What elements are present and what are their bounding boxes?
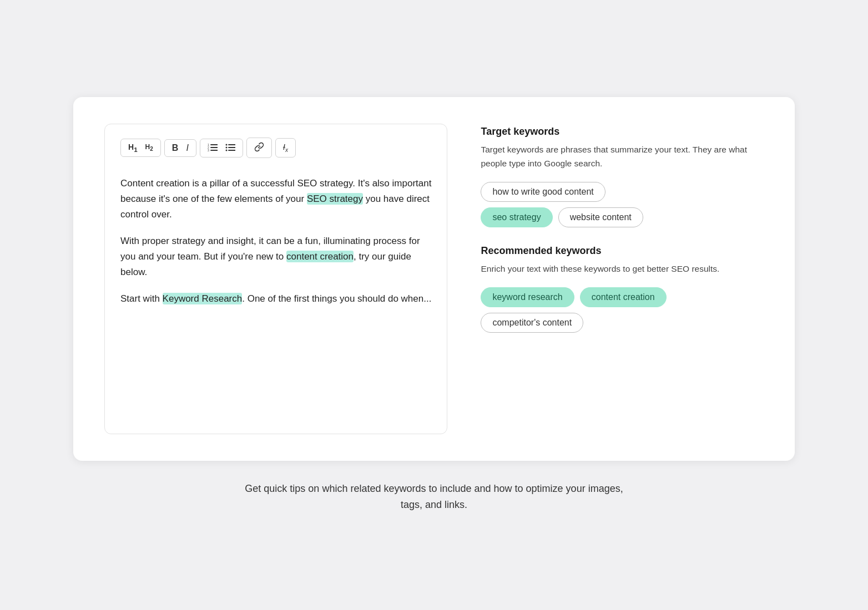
- main-card: H1 H2 B I 1 2 3: [73, 97, 795, 461]
- editor-toolbar: H1 H2 B I 1 2 3: [120, 138, 431, 160]
- svg-point-8: [225, 149, 227, 151]
- keywords-panel: Target keywords Target keywords are phra…: [481, 124, 764, 338]
- clear-group: Ix: [275, 138, 296, 157]
- link-group: [246, 138, 272, 158]
- format-group: B I: [164, 139, 196, 157]
- tag-seo-strategy[interactable]: seo strategy: [481, 207, 552, 227]
- editor-panel: H1 H2 B I 1 2 3: [104, 124, 447, 434]
- target-keywords-title: Target keywords: [481, 126, 764, 138]
- tag-keyword-research[interactable]: keyword research: [481, 287, 574, 307]
- editor-paragraph-1: Content creation is a pillar of a succes…: [120, 176, 431, 222]
- svg-point-7: [225, 146, 227, 148]
- editor-paragraph-3: Start with Keyword Research. One of the …: [120, 291, 431, 307]
- tag-competitors-content[interactable]: competitor's content: [481, 313, 583, 333]
- recommended-keywords-title: Recommended keywords: [481, 245, 764, 257]
- tag-website-content[interactable]: website content: [558, 207, 643, 227]
- target-keywords-tags-row-2: seo strategy website content: [481, 207, 764, 227]
- link-button[interactable]: [251, 140, 267, 155]
- ordered-list-button[interactable]: 1 2 3: [205, 141, 220, 155]
- svg-point-6: [225, 144, 227, 145]
- tag-how-to-write-good-content[interactable]: how to write good content: [481, 182, 605, 202]
- recommended-keywords-desc: Enrich your text with these keywords to …: [481, 262, 764, 276]
- unordered-list-button[interactable]: [223, 141, 238, 155]
- editor-paragraph-2: With proper strategy and insight, it can…: [120, 233, 431, 280]
- recommended-keywords-tags-row-1: keyword research content creation: [481, 287, 764, 307]
- target-keywords-tags-row-1: how to write good content: [481, 182, 764, 202]
- tag-content-creation[interactable]: content creation: [580, 287, 667, 307]
- svg-text:3: 3: [208, 149, 209, 152]
- target-keywords-section: Target keywords Target keywords are phra…: [481, 126, 764, 227]
- clear-format-button[interactable]: Ix: [280, 141, 291, 155]
- recommended-keywords-tags-row-2: competitor's content: [481, 313, 764, 333]
- editor-content[interactable]: Content creation is a pillar of a succes…: [120, 176, 431, 307]
- seo-strategy-highlight: SEO strategy: [307, 193, 363, 205]
- list-group: 1 2 3: [200, 139, 243, 157]
- target-keywords-desc: Target keywords are phrases that summari…: [481, 143, 764, 171]
- italic-button[interactable]: I: [183, 142, 191, 154]
- heading-group: H1 H2: [120, 139, 161, 157]
- bottom-text: Get quick tips on which related keywords…: [240, 481, 628, 513]
- h2-button[interactable]: H2: [143, 142, 156, 154]
- recommended-keywords-section: Recommended keywords Enrich your text wi…: [481, 245, 764, 333]
- bold-button[interactable]: B: [169, 142, 181, 154]
- keyword-research-highlight: Keyword Research: [163, 293, 243, 304]
- content-creation-highlight: content creation: [286, 251, 354, 262]
- h1-button[interactable]: H1: [125, 141, 140, 154]
